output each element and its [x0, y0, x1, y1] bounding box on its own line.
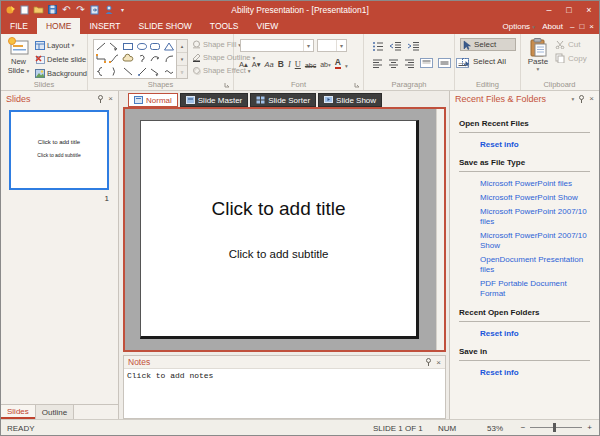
panel-pin-icon[interactable]: [578, 95, 585, 103]
shape-line2-icon[interactable]: [121, 65, 135, 78]
filetype-link[interactable]: OpenDocument Presentation files: [480, 255, 590, 275]
tab-tools[interactable]: TOOLS: [201, 18, 248, 34]
shape-arrow2-icon[interactable]: [149, 65, 163, 78]
character-spacing-button[interactable]: ab▾: [320, 61, 331, 69]
about-menu[interactable]: About: [542, 22, 563, 31]
minimize-button[interactable]: –: [539, 1, 559, 18]
shape-curve-icon[interactable]: [149, 53, 163, 66]
gallery-up-icon[interactable]: ▴: [177, 40, 187, 53]
filetype-link[interactable]: Microsoft PowerPoint Show: [480, 193, 590, 203]
subtitle-placeholder[interactable]: Click to add subtitle: [141, 248, 416, 260]
view-tab-slide-show[interactable]: Slide Show: [318, 93, 382, 107]
status-zoom-level[interactable]: 53%: [487, 424, 503, 433]
share-icon[interactable]: [103, 4, 114, 15]
font-name-combobox[interactable]: ▾: [240, 39, 314, 52]
zoom-slider-thumb[interactable]: [553, 423, 556, 432]
reset-info-link[interactable]: Reset info: [480, 140, 590, 149]
align-left-button[interactable]: [372, 59, 383, 68]
layout-button[interactable]: Layout▾: [35, 39, 87, 51]
background-button[interactable]: Background: [35, 67, 87, 79]
doc-minimize-button[interactable]: –: [570, 22, 574, 31]
shape-cloud-icon[interactable]: [121, 53, 135, 66]
zoom-in-button[interactable]: +: [587, 423, 592, 432]
select-button[interactable]: Select: [460, 38, 516, 51]
tab-view[interactable]: VIEW: [248, 18, 288, 34]
font-name-dropdown-icon[interactable]: ▾: [303, 40, 313, 51]
view-tab-slide-sorter[interactable]: Slide Sorter: [250, 93, 316, 107]
slide-canvas[interactable]: Click to add title Click to add subtitle: [140, 120, 419, 339]
maximize-button[interactable]: □: [559, 1, 579, 18]
shape-arrow-icon[interactable]: [108, 40, 122, 53]
gallery-more-icon[interactable]: ▿: [177, 66, 187, 78]
bullets-button[interactable]: [372, 41, 384, 51]
notes-pin-icon[interactable]: [425, 358, 432, 366]
shape-arc-icon[interactable]: [162, 53, 176, 66]
grow-font-button[interactable]: A▴: [239, 61, 248, 69]
slide-editor[interactable]: Click to add title Click to add subtitle: [123, 107, 446, 352]
align-center-button[interactable]: [388, 59, 399, 68]
panel-dropdown-icon[interactable]: ▾: [572, 96, 575, 102]
font-color-button[interactable]: A: [335, 58, 341, 69]
gallery-down-icon[interactable]: ▾: [177, 53, 187, 66]
italic-button[interactable]: I: [288, 60, 291, 69]
strikethrough-button[interactable]: abc: [305, 62, 316, 69]
doc-restore-button[interactable]: □: [579, 22, 584, 31]
tab-file[interactable]: FILE: [1, 18, 37, 34]
shape-elbow-connector-icon[interactable]: [94, 53, 108, 66]
reset-info-link[interactable]: Reset info: [480, 368, 590, 377]
shape-brace-icon[interactable]: [94, 65, 108, 78]
options-menu[interactable]: Options ▾: [503, 22, 536, 31]
shape-line-icon[interactable]: [94, 40, 108, 53]
doc-close-button[interactable]: ×: [589, 22, 594, 31]
tab-slide-show[interactable]: SLIDE SHOW: [129, 18, 200, 34]
filetype-link[interactable]: Microsoft PowerPoint 2007/10 files: [480, 207, 590, 227]
close-button[interactable]: ×: [579, 1, 599, 18]
qat-dropdown-icon[interactable]: ▾: [117, 4, 128, 15]
zoom-slider[interactable]: [530, 427, 582, 428]
new-file-icon[interactable]: [19, 4, 30, 15]
font-color-dropdown-icon[interactable]: ▾: [345, 63, 348, 69]
app-logo-icon[interactable]: [5, 4, 16, 15]
undo-icon[interactable]: ↶: [61, 4, 72, 15]
change-case-button[interactable]: Aa: [265, 61, 274, 69]
shape-rectangle-icon[interactable]: [121, 40, 135, 53]
font-size-combobox[interactable]: ▾: [317, 39, 347, 52]
tab-insert[interactable]: INSERT: [80, 18, 129, 34]
underline-button[interactable]: U: [295, 60, 301, 69]
slides-panel-pin-icon[interactable]: [97, 95, 104, 103]
shape-squiggle-icon[interactable]: [162, 65, 176, 78]
delete-slide-button[interactable]: Delete slide: [35, 53, 87, 65]
cut-button[interactable]: Cut: [555, 40, 587, 49]
filetype-link[interactable]: Microsoft PowerPoint 2007/10 Show: [480, 231, 590, 251]
filetype-link[interactable]: Microsoft PowerPoint files: [480, 179, 590, 189]
view-tab-normal[interactable]: Normal: [128, 93, 178, 107]
notes-input[interactable]: Click to add notes: [124, 369, 445, 382]
filetype-link[interactable]: PDF Portable Document Format: [480, 279, 590, 299]
open-folder-icon[interactable]: [33, 4, 44, 15]
slides-panel-close-icon[interactable]: ×: [108, 94, 113, 103]
shape-triangle-icon[interactable]: [162, 40, 176, 53]
align-text-middle-button[interactable]: [438, 58, 451, 68]
decrease-indent-button[interactable]: [389, 41, 402, 51]
redo-icon[interactable]: ↷: [75, 4, 86, 15]
shape-curved-connector-icon[interactable]: [108, 53, 122, 66]
reset-info-link[interactable]: Reset info: [480, 329, 590, 338]
editor-vertical-scrollbar[interactable]: [436, 109, 444, 350]
increase-indent-button[interactable]: [407, 41, 420, 51]
tab-slides-pane[interactable]: Slides: [1, 405, 35, 419]
panel-close-icon[interactable]: ×: [589, 94, 594, 103]
tab-outline-pane[interactable]: Outline: [35, 405, 74, 419]
align-right-button[interactable]: [404, 59, 415, 68]
shape-rounded-rectangle-icon[interactable]: [149, 40, 163, 53]
title-placeholder[interactable]: Click to add title: [141, 198, 416, 220]
copy-button[interactable]: Copy: [555, 53, 587, 63]
slide-thumbnail[interactable]: Click to add title Click to add subtitle: [9, 110, 109, 190]
shapes-gallery[interactable]: [93, 39, 177, 79]
shape-ellipse-icon[interactable]: [135, 40, 149, 53]
tab-home[interactable]: HOME: [37, 18, 81, 34]
view-tab-slide-master[interactable]: Slide Master: [180, 93, 248, 107]
zoom-out-button[interactable]: −: [521, 423, 526, 432]
select-all-button[interactable]: Select All: [460, 55, 516, 68]
save-icon[interactable]: [47, 4, 58, 15]
notes-close-icon[interactable]: ×: [436, 358, 441, 367]
